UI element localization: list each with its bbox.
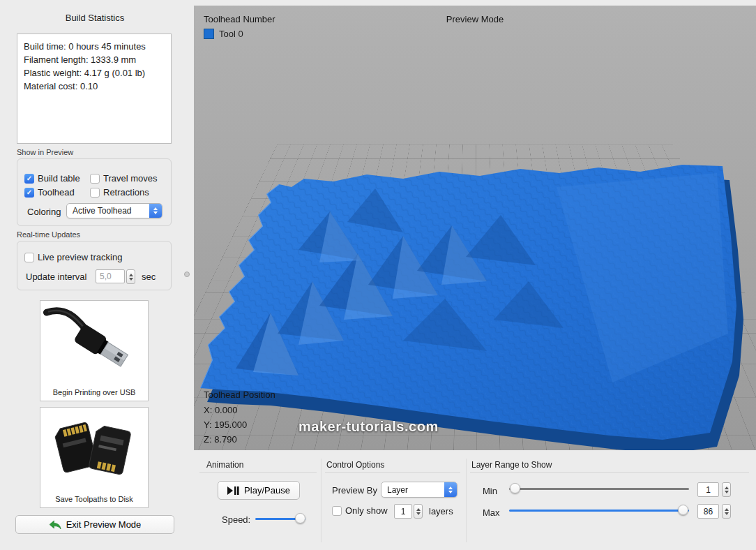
layer-range-group-label: Layer Range to Show bbox=[471, 460, 552, 470]
control-options-group-label: Control Options bbox=[326, 460, 384, 470]
only-show-count-field[interactable]: 1 bbox=[394, 504, 412, 519]
usb-cable-image bbox=[43, 305, 146, 382]
watermark: maker-tutorials.com bbox=[298, 419, 439, 435]
show-in-preview-group: ✓ Build table Travel moves ✓ Toolhead Re… bbox=[17, 158, 172, 226]
stat-build-time: Build time: 0 hours 45 minutes bbox=[24, 40, 165, 53]
max-slider-track[interactable] bbox=[509, 510, 689, 512]
tool-legend: Tool 0 bbox=[204, 29, 243, 39]
toolhead-x-coordinate: X: 0.000 bbox=[204, 405, 237, 415]
update-interval-label: Update interval bbox=[26, 272, 86, 282]
checkbox-live-preview-box[interactable] bbox=[24, 253, 34, 262]
play-pause-label: Play/Pause bbox=[244, 485, 290, 496]
preview-3d-viewport[interactable]: Toolhead Number Tool 0 Preview Mode Tool… bbox=[194, 6, 756, 450]
checkbox-build-table-label: Build table bbox=[38, 173, 80, 184]
speed-slider[interactable] bbox=[255, 513, 305, 524]
only-show-stepper[interactable] bbox=[414, 504, 423, 519]
min-layer-field[interactable]: 1 bbox=[697, 482, 719, 497]
simplify3d-preview-window: Build Statistics Build time: 0 hours 45 … bbox=[0, 0, 756, 550]
preview-by-label: Preview By bbox=[332, 485, 377, 496]
speed-slider-thumb[interactable] bbox=[295, 513, 305, 523]
checkbox-travel-moves[interactable]: Travel moves bbox=[90, 173, 158, 184]
build-statistics-title: Build Statistics bbox=[7, 13, 183, 23]
stat-material-cost: Material cost: 0.10 bbox=[24, 80, 165, 93]
terrain-model bbox=[194, 6, 756, 450]
preview-mode-label: Preview Mode bbox=[446, 14, 504, 24]
checkbox-only-show[interactable]: Only show bbox=[332, 505, 388, 516]
toolhead-y-coordinate: Y: 195.000 bbox=[204, 419, 247, 430]
checkbox-toolhead-label: Toolhead bbox=[38, 187, 75, 198]
begin-printing-usb-button[interactable]: Begin Printing over USB bbox=[40, 300, 149, 401]
sidebar: Build Statistics Build time: 0 hours 45 … bbox=[7, 6, 183, 544]
coloring-label: Coloring bbox=[27, 207, 61, 217]
checkbox-retractions[interactable]: Retractions bbox=[90, 187, 149, 198]
update-interval-field[interactable]: 5,0 bbox=[96, 269, 125, 283]
min-label: Min bbox=[483, 486, 497, 496]
checkbox-only-show-box[interactable] bbox=[332, 506, 342, 516]
exit-preview-mode-label: Exit Preview Mode bbox=[66, 519, 142, 530]
toolhead-z-coordinate: Z: 8.790 bbox=[204, 434, 237, 445]
dropdown-chevrons-icon[interactable] bbox=[149, 204, 162, 218]
tool-name-label: Tool 0 bbox=[219, 29, 243, 39]
checkbox-travel-moves-box[interactable] bbox=[90, 174, 100, 184]
preview-by-dropdown[interactable]: Layer bbox=[381, 482, 458, 498]
coloring-dropdown-value: Active Toolhead bbox=[73, 206, 132, 216]
checkbox-only-show-label: Only show bbox=[345, 505, 388, 516]
realtime-updates-label: Real-time Updates bbox=[17, 230, 80, 239]
checkbox-retractions-box[interactable] bbox=[90, 188, 100, 198]
min-slider-thumb[interactable] bbox=[510, 483, 520, 493]
checkbox-travel-moves-label: Travel moves bbox=[103, 173, 158, 184]
save-toolpaths-button[interactable]: Save Toolpaths to Disk bbox=[40, 407, 149, 508]
min-layer-slider[interactable] bbox=[509, 483, 689, 494]
build-statistics-box: Build time: 0 hours 45 minutes Filament … bbox=[17, 34, 172, 144]
checkbox-retractions-label: Retractions bbox=[103, 187, 149, 198]
animation-group-label: Animation bbox=[206, 460, 243, 470]
checkbox-live-preview-label: Live preview tracking bbox=[38, 252, 122, 262]
update-interval-unit: sec bbox=[142, 272, 156, 282]
max-label: Max bbox=[483, 507, 500, 518]
show-in-preview-label: Show in Preview bbox=[17, 148, 73, 156]
checkbox-toolhead[interactable]: ✓ Toolhead bbox=[24, 187, 75, 198]
speed-label: Speed: bbox=[222, 514, 250, 525]
max-layer-stepper[interactable] bbox=[722, 504, 731, 519]
checkbox-toolhead-box[interactable]: ✓ bbox=[24, 188, 34, 198]
min-slider-track[interactable] bbox=[509, 488, 689, 490]
toolhead-number-label: Toolhead Number bbox=[204, 14, 275, 24]
stat-filament-length: Filament length: 1333.9 mm bbox=[24, 53, 165, 66]
max-slider-thumb[interactable] bbox=[678, 505, 688, 515]
checkbox-build-table[interactable]: ✓ Build table bbox=[24, 173, 80, 184]
toolhead-position-label: Toolhead Position bbox=[204, 389, 275, 400]
dropdown-chevrons-icon[interactable] bbox=[444, 482, 457, 497]
max-layer-field[interactable]: 86 bbox=[697, 504, 719, 519]
min-layer-stepper[interactable] bbox=[722, 482, 731, 497]
coloring-dropdown[interactable]: Active Toolhead bbox=[66, 203, 162, 218]
exit-preview-mode-button[interactable]: Exit Preview Mode bbox=[15, 515, 174, 534]
max-layer-slider[interactable] bbox=[509, 505, 689, 516]
save-toolpaths-label: Save Toolpaths to Disk bbox=[40, 495, 148, 503]
begin-printing-usb-label: Begin Printing over USB bbox=[40, 388, 148, 396]
bottom-control-panel: Animation Play/Pause Speed: Control Opti… bbox=[194, 457, 756, 544]
green-back-arrow-icon bbox=[49, 520, 61, 530]
sd-cards-image bbox=[43, 412, 146, 489]
stat-plastic-weight: Plastic weight: 4.17 g (0.01 lb) bbox=[24, 66, 165, 80]
layers-unit-label: layers bbox=[429, 506, 453, 516]
checkbox-live-preview-tracking[interactable]: Live preview tracking bbox=[24, 252, 122, 262]
preview-by-value: Layer bbox=[387, 485, 408, 495]
panel-divider-handle[interactable] bbox=[184, 272, 190, 277]
checkbox-build-table-box[interactable]: ✓ bbox=[24, 174, 34, 184]
tool-color-swatch bbox=[204, 29, 214, 39]
play-pause-button[interactable]: Play/Pause bbox=[218, 481, 300, 500]
play-pause-icon bbox=[227, 486, 239, 495]
realtime-updates-group: Live preview tracking Update interval 5,… bbox=[17, 241, 172, 290]
update-interval-stepper[interactable] bbox=[126, 269, 135, 284]
